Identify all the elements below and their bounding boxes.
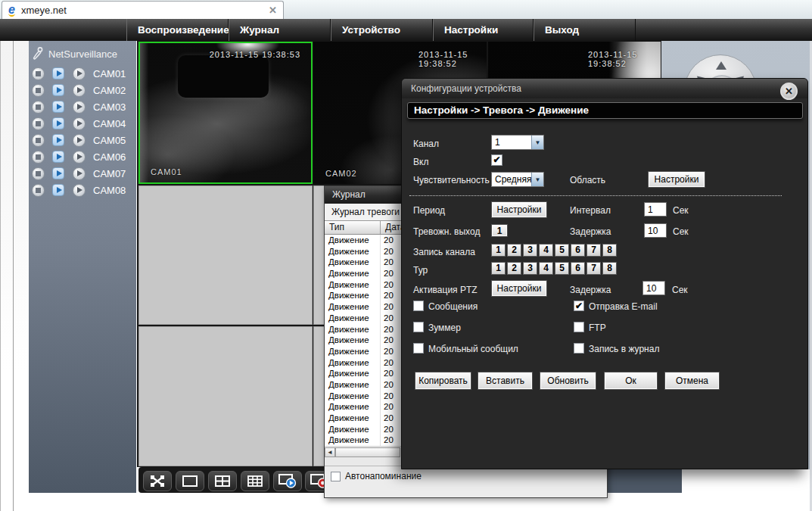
- play-icon[interactable]: [52, 84, 64, 96]
- camera-label[interactable]: CAM04: [93, 118, 126, 129]
- tour-channel-button[interactable]: 1: [491, 262, 506, 275]
- sensitivity-select[interactable]: Средняя ▼: [491, 172, 544, 187]
- car-silhouette: [178, 55, 269, 98]
- play-icon[interactable]: [52, 184, 64, 196]
- video-feed-cam01[interactable]: 2013-11-15 19:38:53 CAM01: [138, 42, 313, 184]
- playback-icon[interactable]: [73, 84, 86, 97]
- channel-select[interactable]: 1 ▼: [491, 135, 544, 150]
- playback-icon[interactable]: [73, 151, 86, 164]
- tour-channel-button[interactable]: 3: [523, 262, 537, 275]
- column-header-type[interactable]: Тип: [325, 221, 381, 234]
- video-cell-empty[interactable]: [138, 185, 313, 325]
- channel-button[interactable]: 8: [602, 244, 617, 257]
- tour-channel-button[interactable]: 4: [539, 262, 553, 275]
- stop-icon[interactable]: [32, 134, 45, 147]
- copy-button[interactable]: Копировать: [415, 372, 471, 390]
- message-checkbox[interactable]: [413, 301, 424, 311]
- nav-item-journal[interactable]: Журнал: [229, 19, 331, 41]
- camera-label[interactable]: CAM08: [93, 185, 126, 196]
- sidebar-title: NetSurveillance: [48, 48, 117, 60]
- stop-icon[interactable]: [32, 151, 45, 164]
- playback-icon[interactable]: [73, 134, 86, 147]
- playback-icon[interactable]: [73, 117, 86, 130]
- camera-label[interactable]: CAM06: [93, 151, 126, 163]
- channel-button[interactable]: 6: [571, 244, 585, 257]
- delay-input[interactable]: [644, 223, 667, 238]
- play-icon[interactable]: [52, 134, 64, 146]
- interval-input[interactable]: [644, 202, 667, 217]
- mobile-report-checkbox[interactable]: [413, 343, 424, 354]
- quad-view-button[interactable]: [208, 471, 237, 491]
- camera-label[interactable]: CAM07: [93, 168, 126, 179]
- fullscreen-button[interactable]: [143, 471, 172, 491]
- nav-item-device[interactable]: Устройство: [331, 19, 433, 41]
- dialog-close-icon[interactable]: ✕: [780, 83, 798, 100]
- nav-item-logout[interactable]: Выход: [534, 19, 636, 41]
- paste-button[interactable]: Вставить: [478, 372, 533, 390]
- period-settings-button[interactable]: Настройки: [491, 201, 547, 218]
- play-icon[interactable]: [52, 167, 64, 179]
- camera-row: CAM03: [32, 98, 136, 115]
- region-settings-button[interactable]: Настройки: [648, 171, 705, 188]
- channel-button[interactable]: 5: [555, 244, 569, 257]
- camera-row: CAM05: [32, 132, 136, 148]
- stop-icon[interactable]: [32, 184, 45, 197]
- tab-close-icon[interactable]: ✕: [269, 5, 277, 16]
- auto-reminder-checkbox[interactable]: [331, 472, 341, 481]
- ftp-checkbox[interactable]: [574, 322, 584, 332]
- buzzer-checkbox[interactable]: [413, 322, 424, 332]
- tab-title: xmeye.net: [21, 5, 269, 16]
- tour-channel-button[interactable]: 6: [571, 262, 585, 275]
- nine-grid-view-button[interactable]: [241, 471, 269, 491]
- tour-channel-button[interactable]: 8: [602, 262, 617, 275]
- nav-item-playback[interactable]: Воспроизведение: [126, 19, 229, 41]
- tour-channel-button[interactable]: 5: [555, 262, 569, 275]
- ptz-settings-button[interactable]: Настройки: [491, 280, 547, 297]
- play-icon[interactable]: [52, 67, 64, 79]
- channel-button[interactable]: 2: [507, 244, 521, 257]
- stop-icon[interactable]: [32, 67, 45, 80]
- channel-button[interactable]: 3: [523, 244, 537, 257]
- cancel-button[interactable]: Отмена: [664, 372, 720, 390]
- playback-icon[interactable]: [73, 167, 86, 180]
- browser-tab[interactable]: e xmeye.net ✕: [2, 1, 284, 19]
- refresh-button[interactable]: Обновить: [540, 372, 596, 390]
- play-icon[interactable]: [52, 117, 64, 129]
- ptz-up-arrow-icon[interactable]: [716, 61, 726, 70]
- ptz-delay-input[interactable]: [642, 281, 665, 295]
- channel-button[interactable]: 7: [586, 244, 601, 257]
- tour-channel-button[interactable]: 7: [586, 262, 601, 275]
- playback-view-button[interactable]: [273, 471, 302, 491]
- stop-icon[interactable]: [32, 101, 45, 114]
- camera-label[interactable]: CAM02: [93, 85, 126, 96]
- channel-label: Канал: [413, 139, 439, 149]
- scroll-left-arrow-icon[interactable]: ◄: [325, 447, 335, 457]
- alarm-output-button[interactable]: 1: [491, 224, 508, 237]
- camera-label[interactable]: CAM01: [93, 68, 126, 79]
- camera-label[interactable]: CAM03: [93, 101, 126, 113]
- play-icon[interactable]: [52, 101, 64, 113]
- channel-button[interactable]: 1: [491, 244, 506, 257]
- single-view-button[interactable]: [176, 471, 204, 491]
- scrollbar-thumb[interactable]: [335, 447, 400, 457]
- nav-item-settings[interactable]: Настройки: [433, 19, 534, 41]
- record-channel-buttons: 1 2 3 4 5 6 7 8: [491, 244, 617, 257]
- enable-label: Вкл: [413, 157, 428, 167]
- tour-channel-button[interactable]: 2: [507, 262, 521, 275]
- channel-button[interactable]: 4: [539, 244, 553, 257]
- enable-checkbox[interactable]: [491, 154, 502, 166]
- playback-icon[interactable]: [73, 67, 86, 80]
- video-cell-empty[interactable]: [138, 326, 313, 466]
- stop-icon[interactable]: [32, 117, 45, 130]
- playback-icon[interactable]: [73, 184, 86, 197]
- message-label: Сообщения: [428, 301, 478, 312]
- camera-label[interactable]: CAM05: [93, 135, 126, 146]
- stop-icon[interactable]: [32, 167, 45, 180]
- delay-label: Задержка: [570, 226, 611, 237]
- play-icon[interactable]: [52, 151, 64, 163]
- ok-button[interactable]: Ок: [604, 372, 658, 390]
- stop-icon[interactable]: [32, 84, 45, 97]
- log-checkbox[interactable]: [574, 343, 584, 354]
- playback-icon[interactable]: [73, 101, 86, 114]
- email-checkbox[interactable]: [574, 301, 584, 311]
